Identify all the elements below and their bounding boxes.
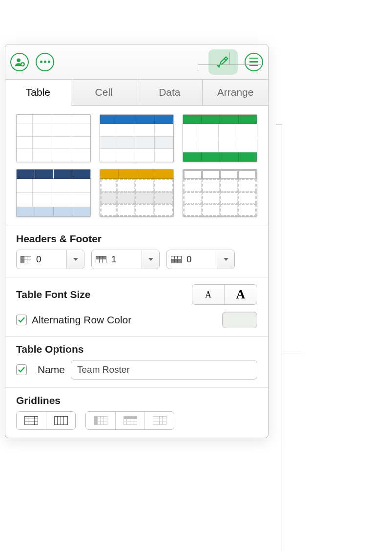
gridlines-header-group [85, 411, 174, 430]
header-columns-dropdown[interactable] [66, 250, 84, 269]
format-button[interactable] [208, 49, 238, 75]
footer-rows-stepper[interactable]: 0 [166, 250, 235, 269]
inspector-tabs: Table Cell Data Arrange [5, 80, 268, 106]
font-size-increase-button[interactable]: A [225, 285, 257, 304]
footer-rows-dropdown[interactable] [217, 250, 234, 269]
chevron-down-icon [148, 258, 153, 261]
more-options-button[interactable] [36, 53, 54, 71]
tab-table[interactable]: Table [5, 80, 71, 106]
gridlines-section: Gridlines [5, 388, 268, 438]
table-name-input[interactable] [71, 360, 257, 380]
gridlines-vertical-icon [54, 416, 68, 425]
gridlines-title: Gridlines [16, 395, 257, 406]
checkmark-icon [18, 366, 25, 374]
header-rows-dropdown[interactable] [142, 250, 159, 269]
table-name-label: Name [38, 364, 65, 376]
tab-cell[interactable]: Cell [71, 80, 137, 105]
font-section: Table Font Size A A Alternating Row Colo… [5, 277, 268, 337]
checkmark-icon [18, 316, 25, 324]
table-style-2[interactable] [100, 114, 174, 162]
header-rows-stepper[interactable]: 1 [91, 250, 160, 269]
alternating-row-checkbox[interactable] [16, 315, 27, 325]
font-size-segmented: A A [192, 284, 257, 305]
tab-arrange[interactable]: Arrange [203, 80, 268, 105]
header-rows-icon [96, 256, 106, 263]
gridlines-horizontal-button[interactable] [17, 412, 46, 429]
footer-rows-value: 0 [186, 254, 217, 265]
header-columns-value: 0 [35, 254, 66, 265]
table-style-1[interactable] [16, 114, 91, 162]
table-style-6[interactable] [183, 169, 257, 217]
gridlines-header-col-button[interactable] [86, 412, 115, 429]
gridlines-footer-button[interactable] [144, 412, 174, 429]
add-user-icon [14, 57, 25, 67]
alternating-row-color-well[interactable] [222, 312, 257, 328]
svg-point-0 [17, 58, 21, 62]
inspector-window: Table Cell Data Arrange [5, 44, 268, 438]
chevron-down-icon [73, 258, 78, 261]
callout-bracket-top [198, 64, 261, 65]
more-options-icon [40, 61, 50, 63]
header-columns-icon [21, 256, 31, 263]
table-styles-grid [5, 106, 268, 226]
gridlines-header-row-button[interactable] [115, 412, 144, 429]
headers-footer-title: Headers & Footer [16, 233, 257, 245]
font-size-title: Table Font Size [16, 289, 192, 300]
table-style-5[interactable] [100, 169, 174, 217]
toolbar [5, 44, 268, 80]
table-style-3[interactable] [183, 114, 257, 162]
gridlines-footer-icon [153, 416, 166, 425]
gridlines-body-group [16, 411, 76, 430]
table-name-checkbox[interactable] [16, 364, 27, 375]
gridlines-vertical-button[interactable] [46, 412, 75, 429]
header-rows-value: 1 [110, 254, 142, 265]
tab-data[interactable]: Data [137, 80, 203, 105]
alternating-row-label: Alternating Row Color [32, 314, 222, 326]
format-brush-icon [216, 55, 230, 69]
table-style-4[interactable] [16, 169, 91, 217]
table-options-title: Table Options [16, 343, 257, 355]
font-size-decrease-button[interactable]: A [192, 285, 225, 304]
collaborate-button[interactable] [10, 53, 29, 71]
gridlines-horizontal-icon [24, 416, 38, 425]
footer-rows-icon [171, 256, 182, 263]
headers-footer-section: Headers & Footer 0 1 0 [5, 226, 268, 277]
gridlines-header-col-icon [94, 416, 107, 425]
chevron-down-icon [224, 258, 228, 261]
table-options-section: Table Options Name [5, 337, 268, 388]
gridlines-header-row-icon [124, 416, 137, 425]
callout-bracket-side [282, 125, 282, 551]
header-columns-stepper[interactable]: 0 [16, 250, 84, 269]
